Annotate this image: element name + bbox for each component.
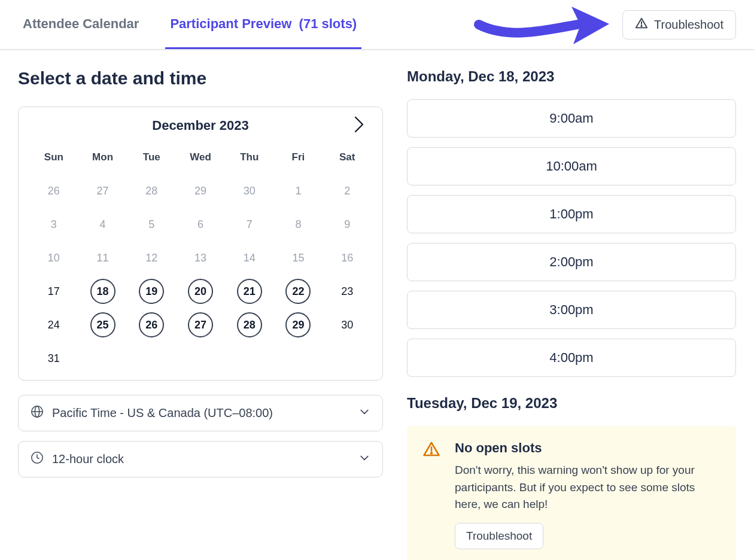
calendar-day-cell[interactable]: 19 — [127, 275, 176, 308]
troubleshoot-button[interactable]: Troubleshoot — [622, 10, 736, 39]
calendar-day-number: 19 — [139, 279, 164, 304]
calendar-day-number: 2 — [335, 178, 360, 203]
calendar-day-cell: 17 — [29, 275, 78, 308]
calendar-day-cell — [176, 342, 225, 375]
calendar-dow-label: Tue — [127, 145, 176, 174]
time-slot-button[interactable]: 4:00pm — [407, 339, 736, 377]
topbar: Attendee Calendar Participant Preview (7… — [0, 0, 754, 50]
warning-troubleshoot-button[interactable]: Troubleshoot — [455, 523, 543, 549]
calendar-day-number: 9 — [335, 212, 360, 237]
calendar-day-number: 28 — [237, 312, 262, 337]
calendar-day-cell: 30 — [225, 174, 274, 208]
calendar-day-number: 26 — [139, 312, 164, 337]
annotation-arrow — [473, 0, 610, 54]
calendar-day-cell: 7 — [225, 208, 274, 241]
globe-icon — [31, 405, 44, 421]
calendar-day-number: 18 — [90, 279, 115, 304]
calendar-day-cell: 29 — [176, 174, 225, 208]
calendar-day-cell: 1 — [274, 174, 323, 208]
tabs: Attendee Calendar Participant Preview (7… — [18, 0, 361, 49]
calendar: December 2023 SunMonTueWedThuFriSat 2627… — [18, 106, 383, 381]
day-heading: Monday, Dec 18, 2023 — [407, 68, 736, 85]
calendar-day-number: 13 — [188, 245, 213, 270]
time-slot-button[interactable]: 2:00pm — [407, 243, 736, 281]
calendar-day-cell[interactable]: 25 — [78, 308, 127, 342]
calendar-day-number: 29 — [285, 312, 311, 337]
calendar-day-cell[interactable]: 29 — [274, 308, 323, 342]
calendar-month-label: December 2023 — [152, 118, 248, 133]
tab-participant-preview[interactable]: Participant Preview (71 slots) — [165, 0, 361, 49]
tab-attendee-calendar[interactable]: Attendee Calendar — [18, 0, 144, 49]
calendar-day-cell: 4 — [78, 208, 127, 241]
time-slot-button[interactable]: 3:00pm — [407, 291, 736, 329]
calendar-dow-label: Sun — [29, 145, 78, 174]
calendar-dow-label: Wed — [176, 145, 225, 174]
time-slot-button[interactable]: 1:00pm — [407, 195, 736, 233]
calendar-day-number: 3 — [41, 212, 66, 237]
calendar-day-number: 30 — [237, 178, 262, 203]
calendar-day-cell: 31 — [29, 342, 78, 375]
calendar-day-cell: 14 — [225, 241, 274, 275]
svg-point-8 — [431, 452, 432, 454]
calendar-day-number: 27 — [90, 178, 115, 203]
calendar-day-number: 17 — [41, 279, 66, 304]
time-slot-button[interactable]: 9:00am — [407, 99, 736, 138]
calendar-day-cell: 12 — [127, 241, 176, 275]
calendar-day-cell: 10 — [29, 241, 78, 275]
day-heading: Tuesday, Dec 19, 2023 — [407, 395, 736, 412]
calendar-day-cell[interactable]: 20 — [176, 275, 225, 308]
page-title: Select a date and time — [18, 68, 383, 89]
calendar-day-number: 27 — [188, 312, 213, 337]
calendar-day-number: 10 — [41, 245, 66, 270]
timezone-label: Pacific Time - US & Canada (UTC–08:00) — [52, 406, 273, 420]
calendar-next-button[interactable] — [354, 115, 364, 136]
calendar-day-cell: 9 — [323, 208, 372, 241]
calendar-day-number: 4 — [90, 212, 115, 237]
calendar-day-cell: 30 — [323, 308, 372, 342]
calendar-day-cell — [274, 342, 323, 375]
calendar-day-number: 12 — [139, 245, 164, 270]
calendar-day-cell[interactable]: 27 — [176, 308, 225, 342]
warning-body: Don't worry, this warning won't show up … — [455, 462, 720, 513]
calendar-dow-label: Fri — [274, 145, 323, 174]
clock-format-label: 12-hour clock — [52, 452, 124, 466]
calendar-day-cell: 27 — [78, 174, 127, 208]
calendar-day-number: 15 — [285, 245, 311, 270]
calendar-day-number: 20 — [188, 279, 213, 304]
calendar-dow-label: Sat — [323, 145, 372, 174]
calendar-day-cell: 24 — [29, 308, 78, 342]
chevron-down-icon — [358, 452, 370, 467]
calendar-day-number: 24 — [41, 312, 66, 337]
calendar-day-cell[interactable]: 21 — [225, 275, 274, 308]
calendar-day-cell: 5 — [127, 208, 176, 241]
calendar-day-number: 31 — [41, 346, 66, 371]
calendar-day-cell: 13 — [176, 241, 225, 275]
warning-triangle-icon — [422, 440, 440, 461]
tab-label: Participant Preview — [170, 16, 291, 32]
calendar-day-cell[interactable]: 18 — [78, 275, 127, 308]
troubleshoot-label: Troubleshoot — [654, 18, 723, 32]
calendar-day-number: 6 — [188, 212, 213, 237]
calendar-day-number: 16 — [335, 245, 360, 270]
calendar-dow-label: Thu — [225, 145, 274, 174]
clock-icon — [31, 451, 44, 467]
calendar-day-cell[interactable]: 26 — [127, 308, 176, 342]
calendar-day-number: 23 — [335, 279, 360, 304]
no-open-slots-warning: No open slotsDon't worry, this warning w… — [407, 426, 736, 560]
calendar-day-number: 11 — [90, 245, 115, 270]
chevron-right-icon — [354, 115, 364, 136]
calendar-day-cell: 3 — [29, 208, 78, 241]
calendar-day-cell: 16 — [323, 241, 372, 275]
svg-point-2 — [641, 25, 641, 26]
time-slot-button[interactable]: 10:00am — [407, 147, 736, 185]
calendar-day-number: 1 — [285, 178, 311, 203]
calendar-day-cell[interactable]: 22 — [274, 275, 323, 308]
calendar-day-cell: 26 — [29, 174, 78, 208]
timezone-select[interactable]: Pacific Time - US & Canada (UTC–08:00) — [18, 395, 383, 431]
warning-triangle-icon — [635, 17, 648, 33]
calendar-day-cell[interactable]: 28 — [225, 308, 274, 342]
calendar-day-cell: 28 — [127, 174, 176, 208]
calendar-day-cell: 11 — [78, 241, 127, 275]
clock-format-select[interactable]: 12-hour clock — [18, 441, 383, 477]
calendar-day-cell — [225, 342, 274, 375]
